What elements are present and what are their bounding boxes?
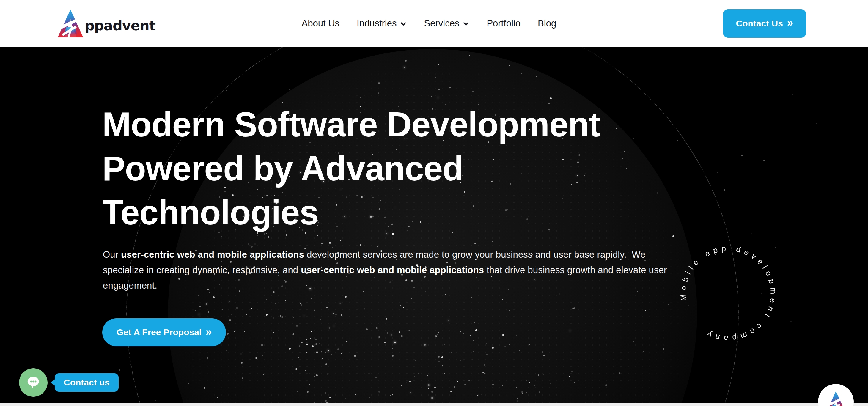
get-free-proposal-button[interactable]: Get A Free Proposal » [102,318,226,346]
chat-widget: Contact us [19,368,119,397]
contact-us-button-label: Contact Us [736,19,783,29]
nav-item-label: Portfolio [487,18,521,29]
nav-item-industries[interactable]: Industries [357,18,407,29]
chat-contact-label[interactable]: Contact us [55,373,119,392]
chat-launcher-button[interactable] [19,368,48,397]
appadvent-logo-icon [55,9,86,38]
get-free-proposal-label: Get A Free Proposal [117,327,202,337]
chat-bubble-icon [25,374,42,391]
hero-paragraph: Our user-centric web and mobile applicat… [103,247,671,293]
svg-text:Mobile app development company: Mobile app development company [671,236,786,351]
nav-item-about-us[interactable]: About Us [302,18,340,29]
next-section-edge [0,403,868,406]
chevron-down-icon [400,21,407,28]
chevron-down-icon [462,21,469,28]
nav-item-portfolio[interactable]: Portfolio [487,18,521,29]
page: ppadvent About Us Industries Services Po… [0,0,868,406]
hero-heading-line: Technologies [102,190,600,235]
nav-item-label: Services [424,18,460,29]
hero-heading-line: Modern Software Development [102,102,600,147]
hero-heading-line: Powered by Advanced [102,147,600,190]
nav-item-label: Blog [538,18,556,29]
contact-us-button[interactable]: Contact Us » [723,9,806,38]
rotating-badge-text: Mobile app development company [671,236,786,351]
nav-item-label: About Us [302,18,340,29]
appadvent-logo-icon [824,391,847,406]
brand-wordmark: ppadvent [85,18,155,34]
hero-section: Modern Software Development Powered by A… [0,46,868,406]
site-header: ppadvent About Us Industries Services Po… [0,0,868,46]
rotating-text-badge: Mobile app development company [663,228,794,359]
nav-item-services[interactable]: Services [424,18,470,29]
brand-logo[interactable]: ppadvent [55,9,155,38]
double-chevron-right-icon: » [206,326,212,337]
double-chevron-right-icon: » [787,18,793,28]
nav-item-label: Industries [357,18,397,29]
main-nav: About Us Industries Services Portfolio B… [302,18,556,29]
hero-heading: Modern Software Development Powered by A… [102,102,600,235]
nav-item-blog[interactable]: Blog [538,18,556,29]
